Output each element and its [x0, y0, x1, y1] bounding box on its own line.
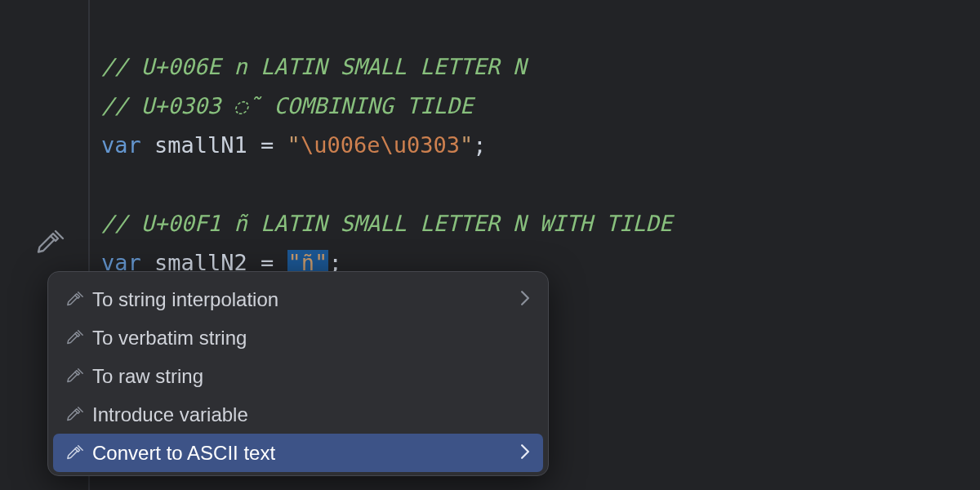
context-action-item[interactable]: To raw string [48, 357, 548, 395]
code-comment: // U+00F1 ñ LATIN SMALL LETTER N WITH TI… [101, 211, 672, 236]
code-comment: // U+0303 ◌̃ COMBINING TILDE [101, 93, 473, 118]
hammer-icon [63, 444, 87, 462]
context-action-label: To verbatim string [92, 327, 530, 350]
hammer-icon [63, 406, 87, 424]
context-action-item[interactable]: To string interpolation [48, 280, 548, 318]
context-action-item[interactable]: Introduce variable [48, 395, 548, 434]
context-action-label: To string interpolation [92, 288, 512, 311]
code-escape: \u006e [301, 132, 381, 158]
code-operator: = [261, 132, 287, 158]
quick-fix-gutter-icon[interactable] [36, 229, 65, 258]
code-identifier: smallN1 [141, 132, 261, 158]
context-action-item[interactable]: To verbatim string [48, 318, 548, 357]
hammer-icon [63, 291, 87, 309]
chevron-right-icon [520, 443, 530, 464]
context-action-label: Introduce variable [92, 403, 530, 426]
code-editor[interactable]: // U+006E n LATIN SMALL LETTER N // U+03… [0, 0, 980, 490]
context-action-item[interactable]: Convert to ASCII text [53, 434, 543, 472]
code-string-quote: " [460, 132, 473, 158]
code-comment: // U+006E n LATIN SMALL LETTER N [101, 54, 526, 79]
chevron-right-icon [520, 289, 530, 310]
hammer-icon [63, 368, 87, 385]
context-actions-popup[interactable]: To string interpolationTo verbatim strin… [47, 271, 549, 476]
code-keyword: var [101, 132, 141, 158]
code-semicolon: ; [473, 132, 486, 158]
context-action-label: Convert to ASCII text [92, 442, 512, 465]
hammer-icon [63, 329, 87, 347]
code-escape: \u0303 [380, 132, 460, 158]
context-action-label: To raw string [92, 365, 530, 388]
code-string-quote: " [287, 132, 301, 158]
